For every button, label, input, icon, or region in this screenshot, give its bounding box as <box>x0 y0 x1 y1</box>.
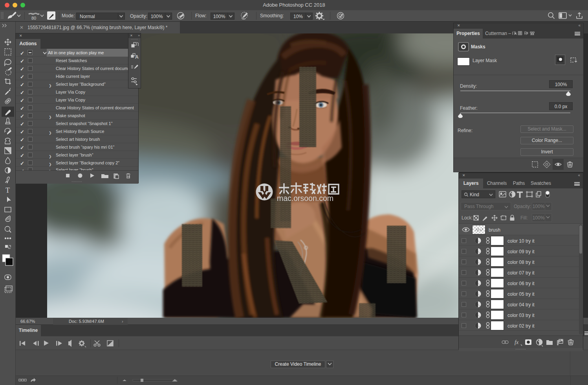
svg-text:80: 80 <box>31 16 36 20</box>
svg-text:Flow:: Flow: <box>195 13 207 18</box>
svg-text:mac.orsoon.com: mac.orsoon.com <box>277 194 333 203</box>
svg-text:A: A <box>135 54 139 60</box>
svg-text:Smoothing:: Smoothing: <box>260 13 284 18</box>
svg-text:T: T <box>5 186 10 194</box>
svg-text:fx: fx <box>515 339 519 345</box>
svg-text:Mode:: Mode: <box>62 13 75 18</box>
